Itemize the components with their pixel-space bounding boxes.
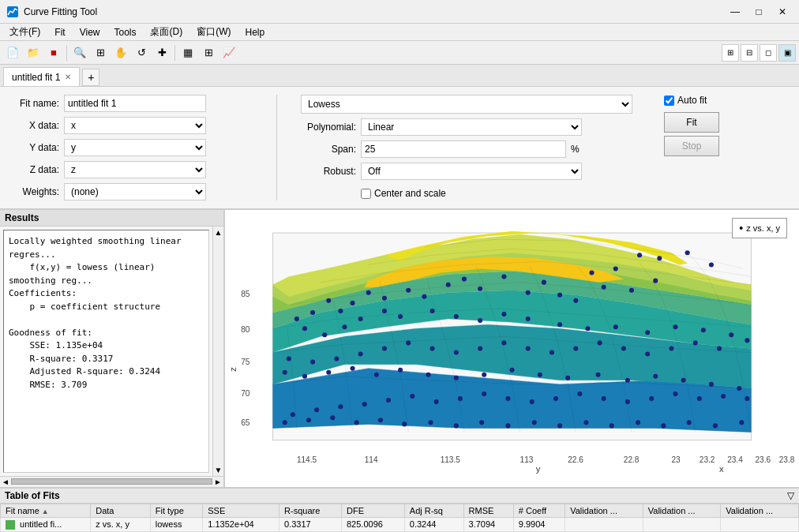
col-r-square[interactable]: R-square xyxy=(279,504,342,517)
svg-point-41 xyxy=(358,317,363,321)
svg-point-49 xyxy=(557,322,562,327)
table-expand-icon[interactable]: ▽ xyxy=(787,490,794,501)
chart-area[interactable]: 85 80 75 70 65 z 114.5 114 113.5 113 y 2… xyxy=(225,210,799,487)
view-btn-2[interactable]: ⊟ xyxy=(741,44,758,62)
svg-point-18 xyxy=(602,285,606,290)
toolbar-zoom-in[interactable]: 🔍 xyxy=(70,43,89,62)
menu-desktop[interactable]: 桌面(D) xyxy=(144,24,189,40)
left-form: Fit name: X data: x Y data: y Z data: z xyxy=(8,95,253,200)
toolbar-pan[interactable]: ✋ xyxy=(111,43,130,62)
tab-close-button[interactable]: ✕ xyxy=(65,73,71,81)
svg-point-37 xyxy=(294,317,299,321)
toolbar-zoom-fit[interactable]: ⊞ xyxy=(91,43,110,62)
menu-tools[interactable]: Tools xyxy=(107,25,142,39)
svg-text:23.4: 23.4 xyxy=(727,455,743,464)
polynomial-label: Polynomial: xyxy=(301,122,356,133)
results-scrollbar[interactable]: ▲ ▼ xyxy=(212,227,223,476)
col-val-3[interactable]: Validation ... xyxy=(721,504,799,517)
col-fit-type[interactable]: Fit type xyxy=(150,504,203,517)
view-btn-1[interactable]: ⊞ xyxy=(722,44,739,62)
svg-point-75 xyxy=(287,357,291,362)
autofit-row: Auto fit xyxy=(664,95,719,106)
svg-point-85 xyxy=(509,368,514,373)
svg-point-120 xyxy=(428,420,433,425)
toolbar-rotate[interactable]: ↺ xyxy=(132,43,151,62)
vertical-divider xyxy=(276,95,277,200)
svg-point-14 xyxy=(613,266,618,271)
span-row: Span: % xyxy=(301,140,640,158)
window-title: Curve Fitting Tool xyxy=(24,6,725,17)
table-title: Table of Fits xyxy=(5,490,60,501)
legend-dot: • xyxy=(739,222,743,234)
tab-label: untitled fit 1 xyxy=(12,72,60,83)
menu-fit[interactable]: Fit xyxy=(48,25,71,39)
svg-point-109 xyxy=(386,398,391,403)
col-data[interactable]: Data xyxy=(91,504,151,517)
robust-select[interactable]: Off On xyxy=(361,163,582,180)
svg-text:y: y xyxy=(536,464,541,474)
col-n-coeff[interactable]: # Coeff xyxy=(513,504,565,517)
svg-point-118 xyxy=(378,418,383,422)
toolbar-new[interactable]: 📄 xyxy=(3,43,22,62)
polynomial-select[interactable]: Linear Quadratic xyxy=(361,118,582,136)
svg-point-97 xyxy=(673,392,677,396)
svg-text:23.8: 23.8 xyxy=(779,455,795,464)
svg-point-60 xyxy=(645,351,650,356)
svg-point-19 xyxy=(629,288,634,293)
col-val-1[interactable]: Validation ... xyxy=(565,504,643,517)
y-data-select[interactable]: y xyxy=(64,139,206,156)
center-scale-checkbox[interactable] xyxy=(361,189,371,199)
minimize-button[interactable]: — xyxy=(725,4,745,20)
method-select[interactable]: Lowess xyxy=(301,95,632,114)
toolbar-separator-2 xyxy=(174,45,175,61)
col-adj-r-sq[interactable]: Adj R-sq xyxy=(404,504,463,517)
svg-point-45 xyxy=(454,314,459,319)
cell-val3 xyxy=(721,517,799,531)
span-input[interactable] xyxy=(361,140,566,158)
col-rmse[interactable]: RMSE xyxy=(463,504,513,517)
svg-point-42 xyxy=(382,309,387,313)
toolbar-plot[interactable]: 📈 xyxy=(219,43,238,62)
view-btn-3[interactable]: ◻ xyxy=(760,44,777,62)
weights-row: Weights: (none) xyxy=(8,183,253,200)
z-data-select[interactable]: z xyxy=(64,161,206,178)
fit-button[interactable]: Fit xyxy=(664,112,719,133)
maximize-button[interactable]: □ xyxy=(748,4,769,20)
toolbar-grid2[interactable]: ⊞ xyxy=(199,43,218,62)
x-data-select[interactable]: x xyxy=(64,117,206,134)
toolbar-cursor[interactable]: ✚ xyxy=(152,43,171,62)
toolbar-grid1[interactable]: ▦ xyxy=(178,43,197,62)
weights-select[interactable]: (none) xyxy=(64,183,206,200)
toolbar-save[interactable]: ■ xyxy=(44,43,63,62)
col-sse[interactable]: SSE xyxy=(203,504,279,517)
close-button[interactable]: ✕ xyxy=(772,4,793,20)
autofit-checkbox[interactable] xyxy=(664,96,674,106)
tab-add-button[interactable]: + xyxy=(82,69,99,86)
menu-help[interactable]: Help xyxy=(238,25,271,39)
svg-point-66 xyxy=(501,340,506,345)
svg-point-64 xyxy=(550,350,554,354)
svg-point-33 xyxy=(351,301,355,305)
toolbar-open[interactable]: 📁 xyxy=(24,43,43,62)
view-btn-4[interactable]: ▣ xyxy=(778,44,796,62)
col-val-2[interactable]: Validation ... xyxy=(643,504,721,517)
tab-untitled-fit-1[interactable]: untitled fit 1 ✕ xyxy=(3,67,80,86)
table-row[interactable]: untitled fi... z vs. x, y lowess 1.1352e… xyxy=(1,517,799,531)
results-hscrollbar[interactable]: ◄ ► xyxy=(0,476,223,487)
autofit-label: Auto fit xyxy=(677,95,707,106)
weights-label: Weights: xyxy=(8,186,59,197)
menu-file[interactable]: 文件(F) xyxy=(3,24,47,40)
menu-window[interactable]: 窗口(W) xyxy=(190,24,237,40)
svg-point-59 xyxy=(669,346,673,350)
col-fit-name[interactable]: Fit name ▲ xyxy=(1,504,91,517)
fit-name-input[interactable] xyxy=(64,95,206,112)
svg-point-26 xyxy=(478,287,482,291)
svg-text:113: 113 xyxy=(520,455,534,464)
col-dfe[interactable]: DFE xyxy=(342,504,405,517)
menu-view[interactable]: View xyxy=(73,25,107,39)
svg-point-132 xyxy=(739,420,744,425)
svg-point-46 xyxy=(478,318,482,323)
stop-button[interactable]: Stop xyxy=(664,136,719,156)
results-content[interactable]: Locally weighted smoothing linear regres… xyxy=(3,230,209,473)
table-section: Table of Fits ▽ Fit name ▲ Data Fit type… xyxy=(0,487,799,532)
